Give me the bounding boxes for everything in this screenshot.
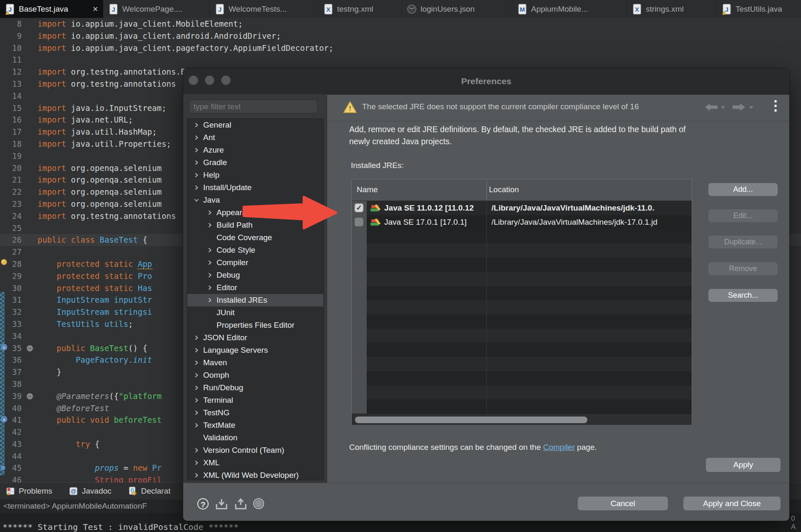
chevron-right-icon[interactable] [207, 248, 212, 253]
column-header-name[interactable]: Name [357, 185, 378, 194]
fold-collapse-icon[interactable]: − [27, 345, 33, 351]
tree-item-xml[interactable]: XML [187, 457, 323, 469]
chevron-right-icon[interactable] [194, 135, 199, 140]
installed-jres-table[interactable]: Name Location ✓Java SE 11.0.12 [11.0.12/… [351, 179, 692, 425]
chevron-right-icon[interactable] [194, 373, 199, 378]
tree-item-code-style[interactable]: Code Style [187, 244, 323, 256]
view-tab-problems[interactable]: Problems [6, 487, 52, 496]
chevron-right-icon[interactable] [194, 185, 199, 190]
chevron-right-icon[interactable] [194, 160, 199, 165]
tree-item-properties-files-editor[interactable]: Properties Files Editor [187, 319, 323, 331]
forward-arrow-icon[interactable] [731, 102, 754, 113]
chevron-right-icon[interactable] [207, 285, 212, 290]
tree-item-installed-jres[interactable]: Installed JREs [187, 294, 323, 306]
tab-welcomepage[interactable]: JWelcomePage.... [103, 0, 210, 18]
tab-welcometests[interactable]: JWelcomeTests... [210, 0, 318, 18]
preference-recorder-icon[interactable] [253, 498, 264, 509]
tree-item-testng[interactable]: TestNG [187, 407, 323, 419]
tree-item-version-control-team[interactable]: Version Control (Team) [187, 444, 323, 457]
tab-testng-xml[interactable]: Xtestng.xml [318, 0, 402, 18]
tree-item-label: JUnit [217, 308, 234, 317]
import-preferences-icon[interactable] [215, 498, 228, 510]
table-header[interactable]: Name Location [352, 179, 692, 201]
fold-collapse-icon[interactable]: − [27, 393, 33, 399]
chevron-right-icon[interactable] [194, 123, 199, 128]
apply-button[interactable]: Apply [706, 458, 781, 472]
chevron-right-icon[interactable] [194, 385, 199, 390]
chevron-right-icon[interactable] [207, 273, 212, 278]
tree-item-xml-wild-web-developer[interactable]: XML (Wild Web Developer) [187, 469, 323, 480]
chevron-right-icon[interactable] [194, 348, 199, 353]
tree-item-gradle[interactable]: Gradle [187, 156, 323, 169]
quickfix-bulb-icon[interactable] [0, 258, 8, 267]
tree-item-editor[interactable]: Editor [187, 281, 323, 294]
tree-item-label: Debug [217, 271, 240, 280]
jre-row-java-se-11-0-12-11-0-12[interactable]: ✓Java SE 11.0.12 [11.0.12/Library/Java/J… [352, 201, 692, 215]
add-button[interactable]: Add... [708, 183, 778, 196]
chevron-right-icon[interactable] [207, 260, 212, 265]
tree-item-azure[interactable]: Azure [187, 144, 323, 156]
tree-item-junit[interactable]: JUnit [187, 306, 323, 319]
tree-item-maven[interactable]: Maven [187, 356, 323, 369]
edit-button: Edit... [708, 209, 778, 222]
jre-checkbox[interactable] [355, 218, 363, 226]
view-menu-icon[interactable] [774, 100, 777, 112]
sync-arrows-icon[interactable]: » [0, 416, 8, 424]
chevron-right-icon[interactable] [194, 398, 199, 403]
tab-basetest-java[interactable]: JBaseTest.java× [0, 0, 103, 18]
compiler-link[interactable]: Compiler [543, 443, 575, 452]
breakpoint-dot-icon[interactable] [0, 464, 5, 472]
jre-checkbox[interactable]: ✓ [355, 203, 363, 212]
search-button[interactable]: Search... [708, 289, 778, 302]
dialog-titlebar[interactable]: Preferences [183, 68, 789, 95]
tree-item-textmate[interactable]: TextMate [187, 419, 323, 432]
chevron-right-icon[interactable] [194, 423, 199, 428]
help-icon[interactable]: ? [197, 498, 209, 509]
tab-appiummobile[interactable]: MAppiumMobile... [512, 0, 627, 18]
chevron-right-icon[interactable] [194, 460, 199, 465]
tree-item-oomph[interactable]: Oomph [187, 369, 323, 381]
tree-item-debug[interactable]: Debug [187, 269, 323, 281]
apply-and-close-button[interactable]: Apply and Close [683, 497, 781, 510]
tree-item-terminal[interactable]: Terminal [187, 394, 323, 407]
column-divider[interactable] [486, 181, 487, 199]
sync-arrows-icon[interactable]: » [0, 344, 8, 352]
tree-item-language-servers[interactable]: Language Servers [187, 344, 323, 356]
tree-item-general[interactable]: General [187, 119, 323, 131]
tree-item-run-debug[interactable]: Run/Debug [187, 381, 323, 394]
chevron-right-icon[interactable] [194, 473, 199, 478]
tab-close-icon[interactable]: × [93, 4, 98, 15]
tab-strings-xml[interactable]: Xstrings.xml [627, 0, 717, 18]
tree-item-compiler[interactable]: Compiler [187, 256, 323, 269]
view-tab-declarat[interactable]: {}Declarat [128, 487, 171, 496]
back-arrow-icon[interactable] [703, 102, 726, 113]
chevron-right-icon[interactable] [194, 360, 199, 365]
tree-item-install-update[interactable]: Install/Update [187, 181, 323, 194]
horizontal-scrollbar[interactable] [352, 414, 692, 425]
tree-item-validation[interactable]: Validation [187, 432, 323, 444]
chevron-right-icon[interactable] [194, 148, 199, 153]
column-header-location[interactable]: Location [489, 185, 519, 194]
export-preferences-icon[interactable] [234, 498, 247, 510]
chevron-right-icon[interactable] [207, 223, 212, 228]
tree-item-ant[interactable]: Ant [187, 131, 323, 144]
svg-text:X: X [635, 6, 639, 13]
chevron-right-icon[interactable] [207, 298, 212, 303]
filter-input[interactable] [189, 100, 317, 113]
view-tab-javadoc[interactable]: @Javadoc [69, 487, 111, 496]
chevron-right-icon[interactable] [194, 410, 199, 415]
chevron-down-icon[interactable] [194, 198, 199, 203]
jre-row-java-se-17-0-1-17-0-1[interactable]: Java SE 17.0.1 [17.0.1]/Library/Java/Jav… [352, 215, 692, 229]
chevron-right-icon[interactable] [194, 335, 199, 340]
file-m-icon: M [517, 3, 527, 15]
chevron-right-icon[interactable] [194, 173, 199, 178]
tree-item-code-coverage[interactable]: Code Coverage [187, 231, 323, 244]
tree-item-json-editor[interactable]: JSON Editor [187, 331, 323, 344]
tab-loginusers-json[interactable]: loginUsers.json [402, 0, 512, 18]
cancel-button[interactable]: Cancel [578, 497, 668, 510]
chevron-right-icon[interactable] [207, 210, 212, 215]
chevron-right-icon[interactable] [194, 448, 199, 453]
tab-testutils-java[interactable]: JTestUtils.java [717, 0, 801, 18]
scrollbar-thumb[interactable] [355, 417, 587, 423]
tree-item-help[interactable]: Help [187, 169, 323, 181]
